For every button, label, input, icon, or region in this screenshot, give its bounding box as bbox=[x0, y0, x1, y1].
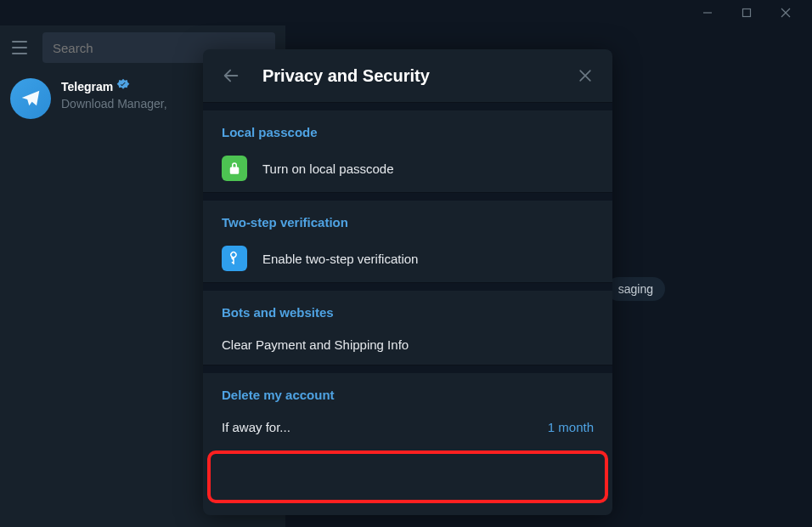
close-window-button[interactable] bbox=[766, 0, 805, 26]
chat-name-text: Telegram bbox=[61, 80, 113, 94]
section-delete-account: Delete my account If away for... 1 month bbox=[203, 373, 612, 447]
background-badge: saging bbox=[606, 277, 665, 301]
svg-rect-1 bbox=[743, 9, 751, 17]
enable-two-step-row[interactable]: Enable two-step verification bbox=[203, 235, 612, 282]
back-button[interactable] bbox=[222, 66, 240, 85]
lock-icon bbox=[222, 156, 247, 181]
dialog-title: Privacy and Security bbox=[262, 66, 555, 86]
verified-icon bbox=[116, 78, 130, 94]
row-label: Clear Payment and Shipping Info bbox=[222, 337, 409, 352]
row-label: Enable two-step verification bbox=[262, 252, 418, 266]
section-local-passcode: Local passcode Turn on local passcode bbox=[203, 110, 612, 192]
if-away-for-row[interactable]: If away for... 1 month bbox=[203, 407, 612, 447]
close-icon bbox=[577, 67, 594, 84]
row-value: 1 month bbox=[548, 420, 594, 434]
clear-payment-row[interactable]: Clear Payment and Shipping Info bbox=[203, 325, 612, 365]
dialog-header: Privacy and Security bbox=[203, 49, 612, 102]
menu-button[interactable] bbox=[10, 37, 31, 58]
section-title: Local passcode bbox=[203, 110, 612, 144]
settings-dialog: Privacy and Security Local passcode Turn… bbox=[203, 49, 612, 515]
section-title: Bots and websites bbox=[203, 291, 612, 325]
chat-avatar bbox=[10, 78, 51, 119]
turn-on-local-passcode-row[interactable]: Turn on local passcode bbox=[203, 144, 612, 192]
section-two-step: Two-step verification Enable two-step ve… bbox=[203, 201, 612, 282]
arrow-left-icon bbox=[222, 66, 240, 85]
section-title: Delete my account bbox=[203, 373, 612, 407]
telegram-icon bbox=[20, 88, 42, 110]
maximize-button[interactable] bbox=[727, 0, 766, 26]
minimize-button[interactable] bbox=[688, 0, 727, 26]
section-title: Two-step verification bbox=[203, 201, 612, 235]
row-label: If away for... bbox=[222, 420, 290, 434]
row-label: Turn on local passcode bbox=[262, 162, 394, 176]
close-dialog-button[interactable] bbox=[577, 67, 594, 84]
section-bots: Bots and websites Clear Payment and Ship… bbox=[203, 291, 612, 365]
window-titlebar bbox=[0, 0, 812, 26]
key-icon bbox=[222, 246, 247, 271]
